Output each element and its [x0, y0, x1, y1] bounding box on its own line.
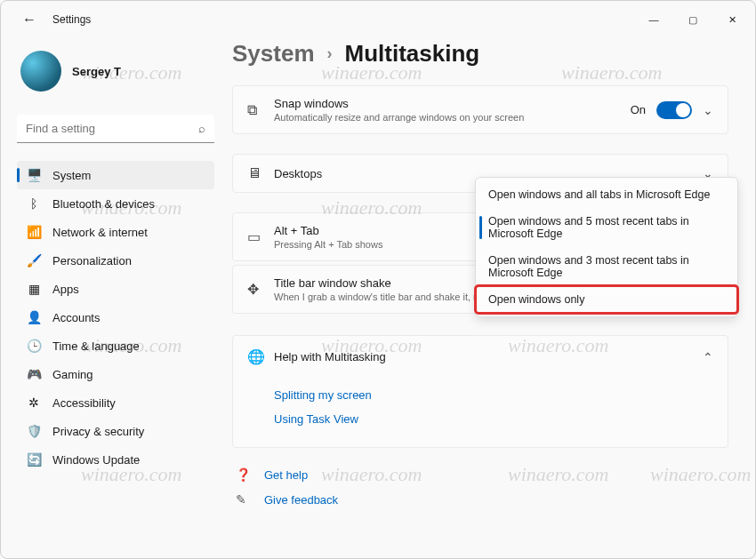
nav-icon: 🖌️ [26, 253, 42, 268]
window-controls: — ▢ ✕ [634, 6, 752, 33]
desktops-icon: 🖥 [247, 165, 274, 181]
breadcrumb: System › Multitasking [232, 40, 728, 68]
user-name: Sergey T [72, 65, 121, 78]
sidebar-item-bluetooth-devices[interactable]: ᛒBluetooth & devices [17, 189, 214, 218]
nav-list: 🖥️SystemᛒBluetooth & devices📶Network & i… [17, 161, 214, 474]
search-input[interactable] [17, 115, 214, 143]
user-profile[interactable]: Sergey T [17, 38, 214, 115]
app-title: Settings [52, 13, 91, 26]
chevron-up-icon[interactable]: ⌃ [703, 350, 713, 364]
sidebar-item-time-language[interactable]: 🕒Time & language [17, 331, 214, 360]
dropdown-option[interactable]: Open windows and all tabs in Microsoft E… [476, 181, 737, 208]
feedback-icon: ✎ [236, 492, 252, 507]
nav-icon: 🛡️ [26, 424, 42, 438]
nav-label: Apps [52, 283, 79, 296]
sidebar-item-gaming[interactable]: 🎮Gaming [17, 360, 214, 388]
help-card: 🌐 Help with Multitasking ⌃ Splitting my … [232, 335, 728, 448]
back-button[interactable]: ← [17, 12, 42, 28]
nav-label: System [52, 169, 91, 182]
sidebar-item-personalization[interactable]: 🖌️Personalization [17, 246, 214, 275]
snap-sub: Automatically resize and arrange windows… [274, 112, 631, 123]
shake-icon: ✥ [247, 281, 274, 298]
nav-label: Network & internet [52, 226, 148, 239]
nav-icon: 🕒 [26, 339, 42, 353]
alt-tab-icon: ▭ [247, 228, 274, 245]
help-link[interactable]: Using Task View [274, 407, 687, 431]
alt-tab-dropdown[interactable]: Open windows and all tabs in Microsoft E… [475, 177, 738, 317]
title-bar: ← Settings — ▢ ✕ [1, 1, 755, 38]
nav-label: Accounts [52, 311, 100, 324]
sidebar-item-system[interactable]: 🖥️System [17, 161, 214, 189]
sidebar-item-privacy-security[interactable]: 🛡️Privacy & security [17, 417, 214, 445]
nav-icon: 🎮 [26, 367, 42, 381]
search-box[interactable]: ⌕ [17, 115, 214, 143]
dropdown-option[interactable]: Open windows and 5 most recent tabs in M… [476, 208, 737, 247]
nav-icon: 👤 [26, 310, 42, 324]
nav-label: Personalization [52, 254, 132, 268]
help-header[interactable]: 🌐 Help with Multitasking ⌃ [233, 336, 728, 378]
sidebar-item-apps[interactable]: ▦Apps [17, 275, 214, 303]
nav-label: Accessibility [52, 396, 116, 410]
snap-toggle[interactable] [656, 101, 692, 119]
nav-icon: 📶 [26, 225, 42, 239]
dropdown-option[interactable]: Open windows only [476, 286, 737, 313]
chevron-down-icon[interactable]: ⌄ [703, 103, 713, 117]
give-feedback-link[interactable]: Give feedback [264, 493, 338, 507]
help-title: Help with Multitasking [274, 350, 703, 363]
snap-state: On [631, 103, 646, 116]
close-button[interactable]: ✕ [712, 6, 752, 33]
nav-icon: ᛒ [26, 196, 42, 211]
get-help-link[interactable]: Get help [264, 468, 308, 482]
snap-icon: ⧉ [247, 102, 274, 118]
nav-icon: ✲ [26, 395, 42, 410]
dropdown-option[interactable]: Open windows and 3 most recent tabs in M… [476, 247, 737, 286]
sidebar-item-accounts[interactable]: 👤Accounts [17, 303, 214, 331]
snap-title: Snap windows [274, 97, 631, 110]
nav-icon: 🖥️ [26, 168, 42, 182]
nav-icon: 🔄 [26, 452, 42, 467]
footer-links: ❓ Get help ✎ Give feedback [232, 462, 728, 512]
sidebar: Sergey T ⌕ 🖥️SystemᛒBluetooth & devices📶… [1, 38, 223, 558]
globe-icon: 🌐 [247, 348, 274, 365]
nav-label: Windows Update [52, 453, 140, 467]
help-links: Splitting my screenUsing Task View [233, 378, 728, 447]
nav-label: Bluetooth & devices [52, 197, 155, 211]
sidebar-item-accessibility[interactable]: ✲Accessibility [17, 388, 214, 417]
nav-label: Privacy & security [52, 425, 144, 438]
sidebar-item-network-internet[interactable]: 📶Network & internet [17, 218, 214, 246]
search-icon: ⌕ [198, 122, 205, 135]
nav-label: Time & language [52, 339, 140, 353]
minimize-button[interactable]: — [634, 6, 673, 33]
nav-icon: ▦ [26, 282, 42, 296]
page-title: Multitasking [345, 40, 480, 68]
maximize-button[interactable]: ▢ [673, 6, 712, 33]
help-icon: ❓ [236, 467, 252, 482]
snap-windows-card[interactable]: ⧉ Snap windows Automatically resize and … [232, 85, 728, 134]
help-link[interactable]: Splitting my screen [274, 383, 687, 407]
sidebar-item-windows-update[interactable]: 🔄Windows Update [17, 445, 214, 474]
avatar [20, 51, 61, 92]
chevron-right-icon: › [327, 44, 333, 63]
breadcrumb-parent[interactable]: System [232, 40, 315, 68]
nav-label: Gaming [52, 368, 93, 381]
